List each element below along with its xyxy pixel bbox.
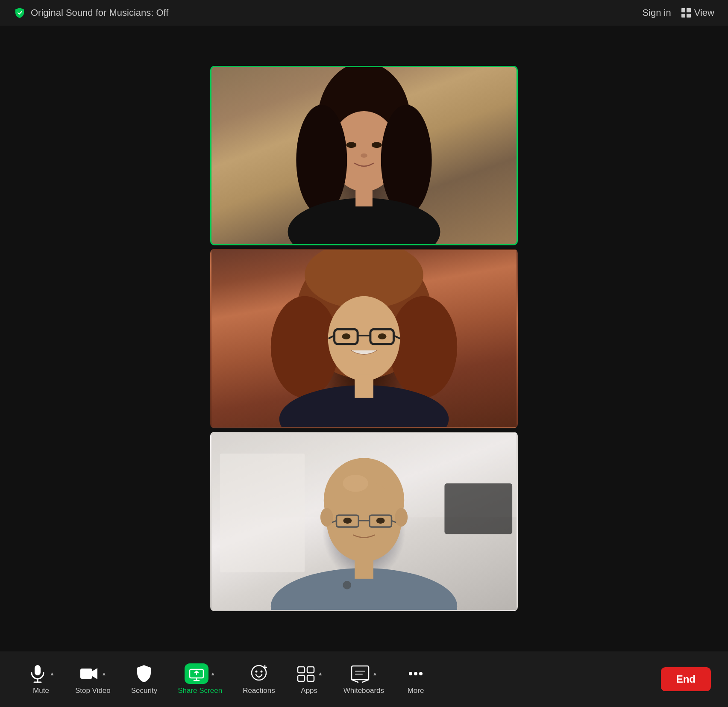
svg-point-4 (381, 105, 432, 215)
whiteboards-label: Whiteboards (343, 686, 384, 695)
mute-button[interactable]: ▲ Mute (17, 659, 65, 699)
video-overlay-1 (211, 67, 517, 244)
svg-point-37 (343, 518, 352, 524)
mute-label: Mute (33, 686, 49, 695)
video-overlay-3 (211, 433, 517, 610)
view-button[interactable]: View (681, 7, 714, 18)
svg-point-67 (419, 672, 423, 675)
share-screen-button[interactable]: ▲ Share Screen (167, 659, 232, 699)
face-svg-1 (211, 66, 517, 245)
video-tile-3[interactable] (210, 432, 518, 611)
more-button[interactable]: More (394, 659, 437, 699)
svg-rect-56 (298, 667, 305, 673)
svg-rect-9 (355, 185, 373, 206)
more-label: More (408, 686, 424, 695)
svg-point-21 (342, 333, 350, 339)
apps-button[interactable]: ▲ Apps (285, 659, 333, 699)
svg-rect-59 (307, 675, 314, 681)
mute-icon (27, 663, 48, 684)
svg-rect-60 (352, 666, 369, 680)
svg-point-22 (378, 333, 387, 339)
stop-video-label: Stop Video (75, 686, 111, 695)
svg-point-65 (409, 672, 412, 675)
grid-icon (681, 8, 691, 18)
video-area (0, 26, 728, 651)
apps-label: Apps (301, 686, 317, 695)
svg-point-31 (343, 475, 368, 492)
svg-point-39 (320, 508, 333, 527)
svg-rect-44 (35, 665, 41, 675)
mute-arrow[interactable]: ▲ (50, 671, 55, 677)
video-tile-1[interactable] (210, 66, 518, 245)
share-screen-arrow[interactable]: ▲ (210, 671, 215, 677)
svg-point-7 (361, 153, 367, 158)
svg-point-40 (395, 508, 408, 527)
whiteboards-icon (350, 663, 370, 684)
security-button[interactable]: Security (121, 659, 167, 699)
face-svg-2 (211, 249, 517, 428)
reactions-button[interactable]: Reactions (232, 659, 285, 699)
security-label: Security (131, 686, 157, 695)
apps-icon (296, 663, 316, 684)
end-button[interactable]: End (661, 667, 711, 691)
face-svg-3 (211, 432, 517, 611)
share-screen-label: Share Screen (178, 686, 222, 695)
more-icon (405, 663, 426, 684)
svg-point-12 (271, 296, 339, 398)
top-bar-right: Sign in View (642, 7, 714, 18)
svg-point-66 (414, 672, 417, 675)
whiteboards-button[interactable]: ▲ Whiteboards (333, 659, 394, 699)
svg-rect-27 (220, 454, 305, 572)
video-overlay-2 (211, 250, 517, 427)
apps-arrow[interactable]: ▲ (318, 671, 323, 677)
svg-rect-28 (444, 483, 512, 534)
svg-point-30 (327, 481, 402, 562)
svg-point-38 (376, 518, 385, 524)
svg-point-6 (372, 142, 382, 148)
video-arrow[interactable]: ▲ (101, 671, 106, 677)
shield-icon (14, 7, 26, 19)
toolbar-items: ▲ Mute ▲ Stop Video (17, 659, 647, 699)
top-title: Original Sound for Musicians: Off (31, 7, 168, 18)
share-screen-icon (185, 663, 208, 684)
svg-rect-24 (355, 374, 373, 398)
reactions-label: Reactions (243, 686, 275, 695)
stop-video-button[interactable]: ▲ Stop Video (65, 659, 121, 699)
video-tile-2[interactable] (210, 249, 518, 428)
reactions-icon (249, 663, 269, 684)
svg-rect-47 (80, 669, 92, 679)
svg-point-53 (260, 671, 262, 673)
video-icon (79, 663, 100, 684)
sign-in-button[interactable]: Sign in (642, 7, 671, 18)
svg-point-52 (255, 671, 257, 673)
top-bar: Original Sound for Musicians: Off Sign i… (0, 0, 728, 26)
whiteboards-arrow[interactable]: ▲ (372, 671, 377, 677)
svg-point-13 (390, 296, 458, 398)
svg-point-5 (346, 142, 356, 148)
svg-rect-57 (307, 667, 314, 673)
top-bar-left: Original Sound for Musicians: Off (14, 7, 168, 19)
toolbar: ▲ Mute ▲ Stop Video (0, 651, 728, 707)
svg-rect-58 (298, 675, 305, 681)
svg-point-3 (296, 105, 347, 215)
svg-rect-42 (355, 555, 373, 579)
svg-point-15 (328, 296, 400, 381)
svg-point-43 (343, 581, 351, 589)
security-icon (134, 663, 154, 684)
